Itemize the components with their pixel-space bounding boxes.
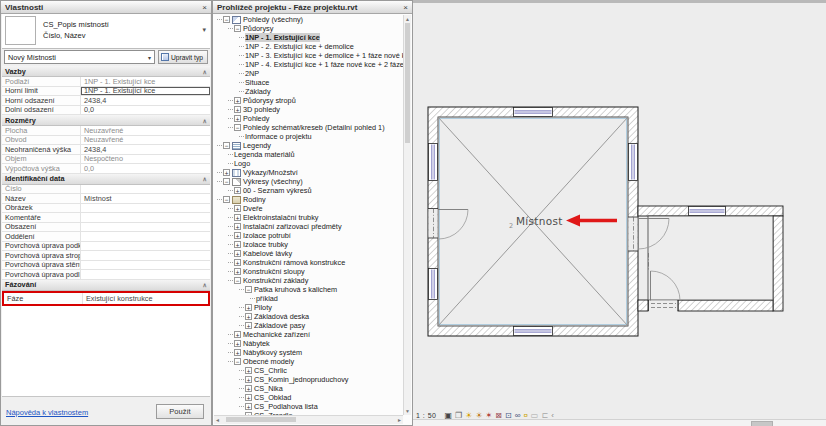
expand-icon[interactable]: + bbox=[245, 313, 252, 320]
tree-item[interactable]: −Konstrukční základy bbox=[215, 276, 403, 285]
collapse-icon[interactable]: − bbox=[223, 178, 230, 185]
scroll-up-icon[interactable]: ▲ bbox=[404, 15, 411, 23]
scrollbar-thumb[interactable] bbox=[226, 417, 296, 422]
tree-item[interactable]: +CS_Podlahova lista bbox=[215, 402, 403, 411]
tree-item[interactable]: +CS_Komin_jednopruduchovy bbox=[215, 375, 403, 384]
tree-item[interactable]: +Konstrukční sloupy bbox=[215, 267, 403, 276]
property-section-header[interactable]: Identifikační data ∧ bbox=[2, 174, 210, 185]
window-left-upper[interactable] bbox=[429, 144, 438, 181]
collapse-icon[interactable]: − bbox=[234, 277, 241, 284]
property-value[interactable]: Místnost bbox=[81, 194, 210, 203]
property-section-header[interactable]: Fázování ∧ bbox=[2, 280, 210, 291]
close-icon[interactable]: × bbox=[403, 3, 408, 12]
expand-icon[interactable]: + bbox=[234, 115, 241, 122]
expand-icon[interactable]: + bbox=[245, 385, 252, 392]
tree-item[interactable]: 1NP - 4. Existující kce + 1 fáze nové kc… bbox=[215, 60, 403, 69]
tree-item[interactable]: Legenda materiálů bbox=[215, 150, 403, 159]
tree-item[interactable]: Informace o projektu bbox=[215, 132, 403, 141]
drawing-area[interactable]: 2 Místnost 1 : 50 ▣❐☀☀✶⊠⊡∞¤▭⊏‹ bbox=[413, 0, 826, 426]
property-value[interactable] bbox=[81, 242, 210, 251]
browser-horizontal-scrollbar[interactable]: ◄ ► bbox=[214, 415, 403, 424]
tree-item[interactable]: +Piloty bbox=[215, 303, 403, 312]
tree-item[interactable]: +CS_Nika bbox=[215, 384, 403, 393]
expand-icon[interactable]: + bbox=[234, 241, 241, 248]
tree-item[interactable]: +Izolace potrubí bbox=[215, 231, 403, 240]
drawing-horizontal-scrollbar[interactable] bbox=[413, 419, 826, 426]
property-value[interactable] bbox=[81, 251, 210, 260]
expand-icon[interactable]: + bbox=[234, 223, 241, 230]
tree-item[interactable]: příklad bbox=[215, 294, 403, 303]
property-value[interactable]: 2438,4 bbox=[81, 145, 210, 154]
expand-icon[interactable]: + bbox=[234, 214, 241, 221]
tree-item[interactable]: +Nábytek bbox=[215, 339, 403, 348]
expand-icon[interactable]: + bbox=[223, 169, 230, 176]
close-icon[interactable]: × bbox=[202, 3, 207, 12]
tree-item[interactable]: +Základové pasy bbox=[215, 321, 403, 330]
edit-type-button[interactable]: Upravit typ bbox=[158, 50, 208, 64]
property-value[interactable] bbox=[81, 223, 210, 232]
tree-item[interactable]: +3D pohledy bbox=[215, 105, 403, 114]
tree-item[interactable]: Logo bbox=[215, 159, 403, 168]
expand-icon[interactable]: + bbox=[234, 97, 241, 104]
expand-icon[interactable]: + bbox=[234, 106, 241, 113]
tree-item[interactable]: Základy bbox=[215, 87, 403, 96]
chevron-down-icon[interactable]: ▾ bbox=[202, 26, 206, 34]
room-label[interactable]: Místnost bbox=[516, 215, 563, 227]
tree-item[interactable]: +Nábytkový systém bbox=[215, 348, 403, 357]
property-value[interactable]: 2438,4 bbox=[81, 96, 210, 105]
tree-item[interactable]: +Výkazy/Množství bbox=[215, 168, 403, 177]
expand-icon[interactable]: + bbox=[234, 232, 241, 239]
expand-icon[interactable]: + bbox=[234, 340, 241, 347]
expand-icon[interactable]: + bbox=[245, 367, 252, 374]
tree-item[interactable]: −Pohledy (všechny) bbox=[215, 15, 403, 24]
expand-icon[interactable]: + bbox=[245, 394, 252, 401]
browser-titlebar[interactable]: Prohlížeč projektu - Fáze projektu.rvt × bbox=[213, 1, 412, 14]
tree-item[interactable]: +Dveře bbox=[215, 204, 403, 213]
tree-item[interactable]: −Pohledy schémat/kreseb (Detailní pohled… bbox=[215, 123, 403, 132]
tree-item[interactable]: −Obecné modely bbox=[215, 357, 403, 366]
floor-plan[interactable]: 2 Místnost bbox=[413, 3, 826, 426]
tree-item[interactable]: +Konstrukční rámová konstrukce bbox=[215, 258, 403, 267]
tree-item[interactable]: +Instalační zařizovací předměty bbox=[215, 222, 403, 231]
scroll-left-icon[interactable]: ◄ bbox=[215, 416, 220, 424]
tree-item[interactable]: −Rodiny bbox=[215, 195, 403, 204]
collapse-icon[interactable]: − bbox=[223, 142, 230, 149]
expand-icon[interactable]: + bbox=[245, 403, 252, 410]
property-value[interactable]: 1NP - 1. Existující kce bbox=[81, 87, 210, 96]
apply-button[interactable]: Použít bbox=[156, 404, 204, 419]
tree-item[interactable]: +Izolace trubky bbox=[215, 240, 403, 249]
window-bottom[interactable] bbox=[514, 327, 553, 336]
tree-item[interactable]: −Výkresy (všechny) bbox=[215, 177, 403, 186]
property-value[interactable]: Neuzavřené bbox=[81, 136, 210, 145]
property-value[interactable]: 0,0 bbox=[81, 164, 210, 173]
expand-icon[interactable]: + bbox=[245, 322, 252, 329]
tree-item[interactable]: −Patka kruhová s kalichem bbox=[215, 285, 403, 294]
section-collapse-icon[interactable]: ∧ bbox=[203, 281, 207, 288]
property-value[interactable] bbox=[81, 213, 210, 222]
tree-item[interactable]: 2NP bbox=[215, 69, 403, 78]
properties-help-link[interactable]: Nápověda k vlastnostem bbox=[6, 408, 88, 417]
tree-item[interactable]: 1NP - 3. Existující kce + demolice + 1 f… bbox=[215, 51, 403, 60]
expand-icon[interactable]: + bbox=[234, 205, 241, 212]
property-value[interactable]: 0,0 bbox=[81, 106, 210, 115]
property-value[interactable] bbox=[81, 185, 210, 194]
room-number[interactable]: 2 bbox=[509, 222, 513, 230]
tree-item[interactable]: 1NP - 1. Existující kce bbox=[215, 33, 403, 42]
tree-item[interactable]: +00 - Seznam výkresů bbox=[215, 186, 403, 195]
expand-icon[interactable]: + bbox=[234, 268, 241, 275]
tree-item[interactable]: −Legendy bbox=[215, 141, 403, 150]
expand-icon[interactable]: + bbox=[234, 349, 241, 356]
property-value[interactable] bbox=[81, 232, 210, 241]
browser-vertical-scrollbar[interactable]: ▲ ▼ bbox=[403, 15, 411, 415]
collapse-icon[interactable]: − bbox=[223, 196, 230, 203]
property-value[interactable]: Neuzavřené bbox=[81, 126, 210, 135]
view-scale[interactable]: 1 : 50 bbox=[416, 412, 437, 419]
tree-item[interactable]: +Elektroinstalační trubky bbox=[215, 213, 403, 222]
type-selector[interactable]: CS_Popis místností Číslo, Název ▾ bbox=[2, 14, 210, 49]
section-collapse-icon[interactable]: ∧ bbox=[203, 117, 207, 124]
tree-item[interactable]: +CS_Obklad bbox=[215, 393, 403, 402]
expand-icon[interactable]: + bbox=[234, 250, 241, 257]
collapse-icon[interactable]: − bbox=[223, 16, 230, 23]
scrollbar-thumb[interactable] bbox=[405, 23, 410, 143]
expand-icon[interactable]: + bbox=[245, 304, 252, 311]
